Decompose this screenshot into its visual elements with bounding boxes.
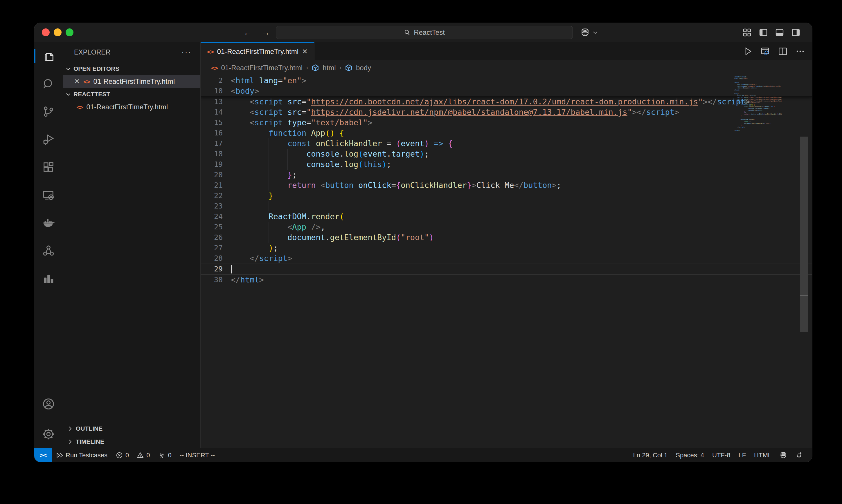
code-line[interactable]: 27 ); [201,243,812,253]
command-center-search[interactable]: ReactTest [276,26,573,39]
code-line[interactable]: 19 console.log(this); [201,159,812,170]
code-line[interactable]: 2<html lang="en"> [201,75,812,86]
code-line[interactable]: 28 </script> [201,253,812,264]
traffic-lights [42,29,73,36]
chevron-down-icon [65,91,71,97]
minimap-line: </html> [734,130,782,131]
line-number: 24 [201,211,231,222]
line-number: 22 [201,191,231,201]
ports-indicator[interactable]: 0 [154,448,175,462]
explorer-actions-icon[interactable]: ··· [182,48,192,57]
warning-icon [136,451,144,459]
breadcrumb-html[interactable]: html [323,64,336,72]
file-tree-item[interactable]: <> 01-ReactFirstTimeTry.html [63,101,200,113]
breadcrumb-separator: › [339,64,341,72]
code-line[interactable]: 25 <App />, [201,222,812,232]
code-line[interactable]: 24 ReactDOM.render( [201,211,812,222]
copilot-icon [779,451,787,459]
minimap[interactable]: <!DOCTYPE html><html lang="en"><head> <m… [734,76,782,132]
open-editors-header[interactable]: OPEN EDITORS [63,62,200,75]
search-icon [404,29,411,36]
extensions-icon [42,161,55,174]
status-bar: >< Run Testcases 0 0 0 -- INSERT -- Ln 2… [34,448,812,462]
sidebar-item-docker[interactable] [34,209,63,237]
outline-section-header[interactable]: OUTLINE [63,422,200,435]
vim-mode-indicator[interactable]: -- INSERT -- [176,448,219,462]
code-line[interactable]: 23 [201,201,812,211]
line-number: 18 [201,149,231,159]
run-all-icon [56,451,63,459]
project-folder-header[interactable]: REACTTEST [63,88,200,101]
breadcrumb: <> 01-ReactFirstTimeTry.html › html › bo… [201,60,812,75]
copilot-menu[interactable] [580,28,598,37]
sidebar-item-run-debug[interactable] [34,126,63,154]
cursor-position[interactable]: Ln 29, Col 1 [629,451,672,459]
sidebar-item-remote-explorer[interactable] [34,181,63,209]
line-number: 27 [201,243,231,253]
code-line[interactable]: 17 const onClickHandler = (event) => { [201,138,812,149]
open-editor-item[interactable]: ✕ <> 01-ReactFirstTimeTry.html [63,75,200,88]
breadcrumb-body[interactable]: body [356,64,371,72]
close-window-button[interactable] [42,29,50,36]
run-testcases-button[interactable]: Run Testcases [52,448,111,462]
file-tree-filename: 01-ReactFirstTimeTry.html [87,103,168,111]
indentation-indicator[interactable]: Spaces: 4 [672,451,708,459]
sidebar-item-extensions[interactable] [34,154,63,181]
code-line[interactable]: 16 function App() { [201,128,812,138]
timeline-section-header[interactable]: TIMELINE [63,435,200,448]
code-line[interactable]: 26 document.getElementById("root") [201,232,812,243]
close-icon[interactable]: ✕ [74,77,80,86]
toggle-secondary-sidebar-icon[interactable] [791,28,801,37]
remote-indicator[interactable]: >< [34,448,52,462]
broadcast-tower-icon [158,451,166,459]
line-number: 26 [201,232,231,243]
eol-indicator[interactable]: LF [734,451,750,459]
code-line[interactable]: 14 <script src="https://cdn.jsdelivr.net… [201,107,812,118]
breadcrumb-file[interactable]: 01-ReactFirstTimeTry.html [221,64,303,72]
close-tab-icon[interactable]: ✕ [302,48,308,56]
breadcrumb-separator: › [306,64,308,72]
account-button[interactable] [34,390,63,418]
html-file-icon: <> [83,78,90,85]
sidebar-item-bar-chart[interactable] [34,265,63,293]
vscode-window: ← → ReactTest [34,23,812,462]
line-number: 29 [201,264,231,274]
code-editor[interactable]: 2<html lang="en">10<body> 13 <script src… [201,75,812,448]
open-preview-icon[interactable] [760,47,770,56]
code-line[interactable]: 13 <script src="https://cdn.bootcdn.net/… [201,96,812,107]
split-editor-icon[interactable] [778,47,788,56]
back-arrow-icon[interactable]: ← [243,28,252,37]
code-line[interactable]: 21 return <button onClick={onClickHandle… [201,180,812,191]
code-line[interactable]: 30</html> [201,275,812,285]
language-mode-indicator[interactable]: HTML [750,451,775,459]
toggle-primary-sidebar-icon[interactable] [759,28,768,37]
code-line[interactable]: 29 [201,264,812,275]
code-line[interactable]: 20 }; [201,170,812,180]
zoom-window-button[interactable] [66,29,73,36]
sidebar-item-molecule[interactable] [34,237,63,265]
code-line[interactable]: 15 <script type="text/babel"> [201,118,812,128]
tab-01-reactfirsttimetry[interactable]: <> 01-ReactFirstTimeTry.html ✕ [201,42,314,60]
encoding-indicator[interactable]: UTF-8 [708,451,734,459]
run-file-icon[interactable] [743,47,753,56]
more-actions-icon[interactable] [795,47,805,56]
code-line[interactable]: 22 } [201,191,812,201]
vertical-scrollbar[interactable] [800,137,808,332]
notifications-button[interactable] [791,451,807,459]
sidebar-item-explorer[interactable] [34,42,63,70]
tab-label: 01-ReactFirstTimeTry.html [217,48,298,56]
sidebar-item-search[interactable] [34,70,63,98]
code-line[interactable]: 10<body> [201,86,812,96]
sticky-scroll: 2<html lang="en">10<body> [201,75,812,96]
symbol-cube-icon [345,64,353,72]
customize-layout-icon[interactable] [742,28,752,37]
minimize-window-button[interactable] [54,29,62,36]
copilot-status-button[interactable] [775,451,791,459]
code-line[interactable]: 18 console.log(event.target); [201,149,812,159]
forward-arrow-icon[interactable]: → [261,28,270,37]
html-file-icon: <> [207,48,214,55]
problems-indicator[interactable]: 0 0 [111,448,154,462]
sidebar-item-source-control[interactable] [34,98,63,126]
settings-button[interactable] [34,420,63,448]
toggle-panel-icon[interactable] [775,28,784,37]
